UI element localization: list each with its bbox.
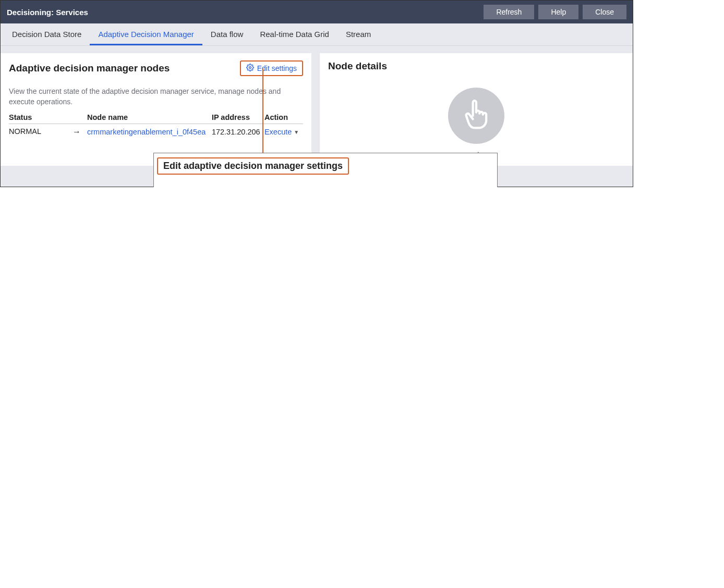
table-row: NORMAL → crmmarketingenablement_i_0f45ea… (9, 124, 303, 140)
execute-label: Execute (264, 128, 292, 136)
nodes-table: Status Node name IP address Action NORMA… (9, 111, 303, 140)
execute-action[interactable]: Execute ▼ (264, 128, 299, 136)
refresh-button[interactable]: Refresh (484, 5, 534, 19)
chevron-down-icon: ▼ (294, 129, 299, 135)
pointer-hand-icon (448, 88, 504, 144)
close-button[interactable]: Close (583, 5, 626, 19)
callout-connector (262, 68, 263, 157)
tab-real-time-data-grid[interactable]: Real-time Data Grid (251, 23, 337, 45)
tab-stream[interactable]: Stream (337, 23, 379, 45)
tab-adaptive-decision-manager[interactable]: Adaptive Decision Manager (90, 23, 202, 45)
edit-settings-modal: Edit adaptive decision manager settings … (153, 153, 498, 187)
help-button[interactable]: Help (538, 5, 578, 19)
col-node-name: Node name (87, 111, 212, 124)
tab-bar: Decision Data Store Adaptive Decision Ma… (1, 23, 633, 46)
node-details-title: Node details (328, 60, 624, 72)
node-details-panel: Node details et (320, 53, 633, 166)
nodes-panel-description: View the current state of the adaptive d… (9, 87, 303, 107)
ip-value: 172.31.20.206 (212, 124, 264, 140)
page-title: Decisioning: Services (7, 8, 479, 17)
tab-decision-data-store[interactable]: Decision Data Store (4, 23, 90, 45)
col-action: Action (264, 111, 303, 124)
node-name-link[interactable]: crmmarketingenablement_i_0f45ea (87, 128, 206, 136)
app-header: Decisioning: Services Refresh Help Close (1, 1, 633, 23)
col-status: Status (9, 111, 87, 124)
edit-settings-button[interactable]: Edit settings (240, 60, 303, 76)
status-value: NORMAL (9, 127, 41, 136)
tab-data-flow[interactable]: Data flow (202, 23, 252, 45)
gear-icon (246, 64, 254, 73)
nodes-panel-title: Adaptive decision manager nodes (9, 63, 240, 74)
col-ip: IP address (212, 111, 264, 124)
nodes-panel: Adaptive decision manager nodes Edit set… (1, 53, 311, 166)
arrow-right-icon: → (73, 127, 81, 137)
svg-point-0 (249, 67, 251, 69)
modal-title: Edit adaptive decision manager settings (163, 161, 343, 172)
